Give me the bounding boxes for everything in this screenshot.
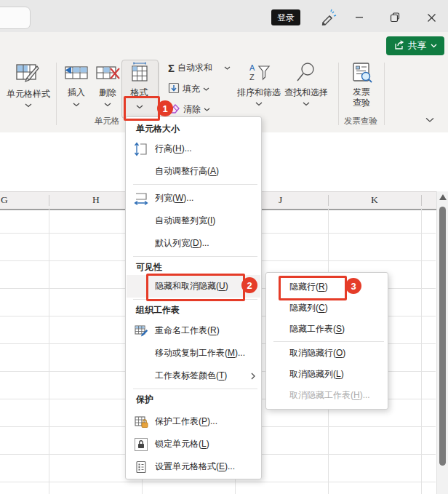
autosum-button[interactable]: Σ 自动求和 bbox=[168, 62, 231, 74]
autosum-label: 自动求和 bbox=[177, 62, 212, 74]
menu-item-row-height[interactable]: 行高(H)... bbox=[127, 138, 260, 160]
menu-item-tab-color[interactable]: 工作表标签颜色(T) bbox=[127, 364, 260, 387]
delete-label: 删除 bbox=[99, 87, 116, 99]
annotation-step1-badge: 1 bbox=[157, 100, 173, 116]
ribbon-separator bbox=[56, 63, 57, 125]
minimize-button[interactable] bbox=[350, 9, 369, 26]
vertical-scrollbar[interactable] bbox=[436, 191, 448, 494]
svg-text:A: A bbox=[249, 63, 255, 72]
column-width-icon bbox=[133, 191, 149, 206]
menu-separator bbox=[133, 184, 257, 185]
protect-sheet-icon bbox=[133, 415, 149, 429]
grid-line bbox=[49, 208, 49, 494]
annotation-step3-badge: 3 bbox=[345, 278, 361, 294]
column-header-j[interactable]: J bbox=[279, 194, 282, 206]
grid-line bbox=[0, 482, 436, 482]
share-label: 共享 bbox=[408, 39, 427, 52]
insert-label: 插入 bbox=[68, 87, 85, 99]
chevron-down-icon bbox=[73, 103, 80, 107]
menu-item-default-width[interactable]: 默认列宽(D)... bbox=[127, 232, 260, 255]
menu-item-autofit-row-height[interactable]: 自动调整行高(A) bbox=[127, 160, 260, 183]
submenu-arrow-icon bbox=[251, 373, 255, 380]
login-button[interactable]: 登录 bbox=[271, 9, 300, 25]
share-button[interactable]: 共享 bbox=[386, 36, 444, 55]
scroll-up-icon[interactable] bbox=[439, 194, 447, 200]
ribbon-collapse-chevron-icon[interactable] bbox=[425, 117, 434, 123]
chevron-down-icon bbox=[104, 103, 111, 107]
delete-button[interactable]: 删除 bbox=[93, 63, 122, 107]
restore-button[interactable] bbox=[385, 9, 404, 26]
rename-sheet-icon bbox=[133, 324, 149, 338]
menu-item-column-width[interactable]: 列宽(W)... bbox=[127, 187, 260, 210]
cell-styles-button[interactable]: 单元格样式 bbox=[6, 62, 51, 108]
menu-item-format-cells[interactable]: 设置单元格格式(E)... bbox=[127, 455, 260, 478]
menu-separator bbox=[273, 341, 384, 342]
excel-window: 登录 bbox=[0, 0, 448, 494]
fill-label: 填充 bbox=[183, 83, 200, 95]
column-divider bbox=[49, 195, 49, 206]
chevron-down-icon bbox=[25, 103, 32, 108]
invoice-check-icon bbox=[350, 62, 373, 87]
format-cells-size-icon bbox=[128, 62, 151, 87]
menu-item-rename-sheet[interactable]: 重命名工作表(R) bbox=[127, 319, 260, 342]
clear-label: 清除 bbox=[183, 103, 201, 116]
chevron-down-icon bbox=[203, 87, 209, 92]
menu-item-protect-sheet[interactable]: 保护工作表(P)... bbox=[127, 410, 260, 433]
chevron-down-icon bbox=[303, 102, 310, 106]
fill-down-icon bbox=[168, 82, 180, 96]
format-cells-icon bbox=[133, 460, 149, 474]
group-label-invoice: 发票查验 bbox=[335, 116, 387, 127]
delete-cells-icon bbox=[95, 63, 120, 87]
chevron-down-icon bbox=[204, 108, 210, 112]
find-select-button[interactable]: 查找和选择 bbox=[282, 62, 330, 106]
column-header-h[interactable]: H bbox=[92, 194, 100, 206]
annotation-box-step1 bbox=[124, 96, 160, 121]
sort-filter-icon: A Z bbox=[247, 62, 271, 87]
annotation-box-step2 bbox=[146, 274, 245, 301]
submenu-item-unhide-columns[interactable]: 取消隐藏列(L) bbox=[267, 364, 387, 385]
cell-styles-label: 单元格样式 bbox=[7, 88, 50, 100]
chevron-down-icon bbox=[224, 66, 231, 71]
magnifier-icon bbox=[295, 62, 317, 87]
column-divider bbox=[328, 195, 329, 206]
lock-cell-icon bbox=[133, 437, 149, 452]
scrollbar-thumb[interactable] bbox=[439, 207, 446, 466]
column-header-g[interactable]: G bbox=[1, 194, 8, 206]
submenu-item-hide-columns[interactable]: 隐藏列(C) bbox=[267, 298, 387, 319]
menu-header-protection: 保护 bbox=[127, 390, 260, 409]
share-chevron-icon bbox=[431, 44, 437, 48]
insert-button[interactable]: 插入 bbox=[62, 63, 91, 107]
invoice-label-line1: 发票 bbox=[353, 87, 370, 97]
menu-header-cell-size: 单元格大小 bbox=[127, 119, 260, 138]
submenu-item-unhide-sheet[interactable]: 取消隐藏工作表(H)... bbox=[267, 385, 387, 406]
document-tab[interactable] bbox=[0, 7, 31, 29]
submenu-item-unhide-rows[interactable]: 取消隐藏行(O) bbox=[267, 343, 387, 364]
row-height-icon bbox=[133, 142, 149, 156]
sort-filter-button[interactable]: A Z 排序和筛选 bbox=[234, 62, 284, 106]
grid-line bbox=[421, 208, 422, 494]
menu-separator bbox=[133, 389, 257, 389]
insert-cells-icon bbox=[64, 63, 89, 87]
invoice-label-line2: 查验 bbox=[353, 97, 370, 108]
column-header-k[interactable]: K bbox=[371, 194, 378, 206]
sort-filter-label: 排序和筛选 bbox=[237, 87, 281, 99]
svg-text:Z: Z bbox=[249, 73, 255, 81]
sigma-icon: Σ bbox=[168, 62, 175, 74]
clear-button[interactable]: 清除 bbox=[168, 103, 210, 116]
annotation-box-step3 bbox=[279, 276, 347, 300]
menu-item-lock-cell[interactable]: 锁定单元格(L) bbox=[127, 433, 260, 455]
annotation-step2-badge: 2 bbox=[241, 277, 257, 293]
column-divider bbox=[421, 195, 422, 206]
pen-tool-icon[interactable] bbox=[319, 9, 337, 29]
menu-item-move-copy-sheet[interactable]: 移动或复制工作表(M)... bbox=[127, 342, 260, 364]
close-button[interactable] bbox=[422, 9, 441, 26]
menu-separator bbox=[133, 256, 257, 257]
submenu-item-hide-sheet[interactable]: 隐藏工作表(S) bbox=[267, 319, 387, 340]
menu-header-organize-sheets: 组织工作表 bbox=[127, 300, 260, 319]
share-icon bbox=[394, 40, 404, 52]
menu-item-autofit-column-width[interactable]: 自动调整列宽(I) bbox=[127, 210, 260, 232]
fill-button[interactable]: 填充 bbox=[168, 82, 209, 96]
title-bar: 登录 bbox=[0, 0, 448, 32]
chevron-down-icon bbox=[255, 102, 263, 106]
invoice-check-button[interactable]: 发票 查验 bbox=[345, 62, 378, 108]
